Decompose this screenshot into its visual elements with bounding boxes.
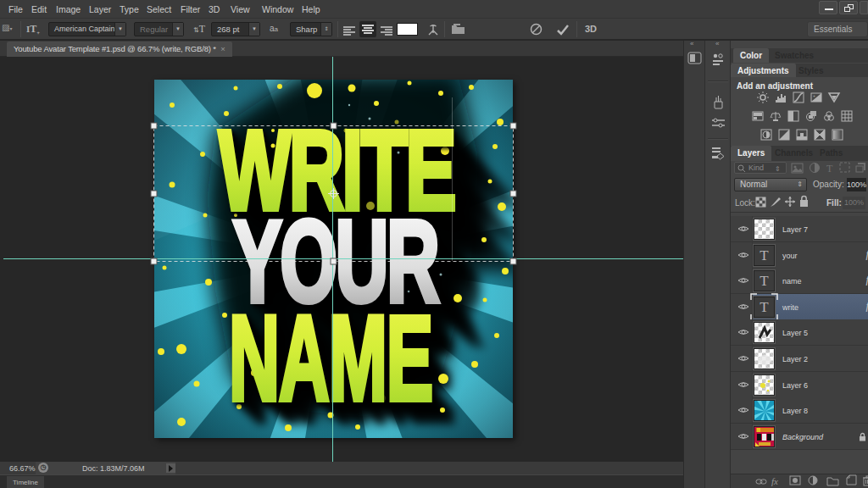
svg-text:+: + <box>813 93 815 98</box>
svg-text:fx: fx <box>771 476 778 486</box>
svg-text:⇕: ⇕ <box>775 165 781 173</box>
svg-text:T: T <box>826 163 833 175</box>
